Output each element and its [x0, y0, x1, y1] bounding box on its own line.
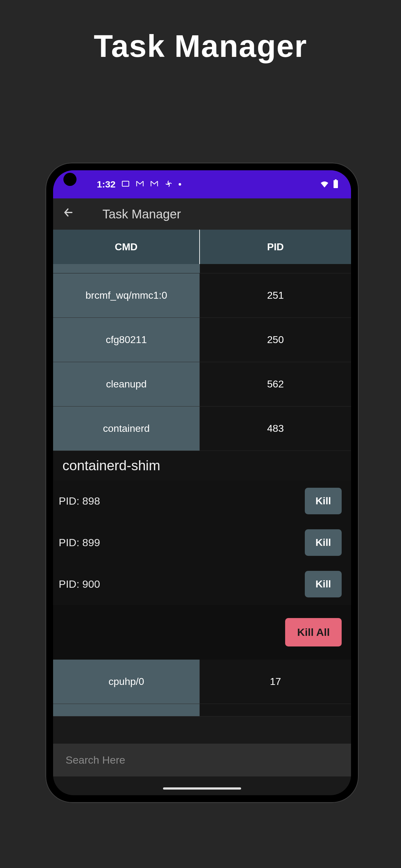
phone-frame: 1:32 — [45, 162, 359, 803]
cell-cmd: cpuhp/0 — [53, 660, 200, 704]
status-bar: 1:32 — [53, 170, 351, 198]
table-row[interactable] — [53, 704, 351, 716]
pid-row: PID: 900 Kill — [53, 563, 351, 605]
kill-all-row: Kill All — [53, 605, 351, 660]
header-pid[interactable]: PID — [200, 230, 351, 264]
status-time: 1:32 — [97, 179, 115, 190]
cell-pid: 562 — [200, 362, 351, 406]
pid-row: PID: 899 Kill — [53, 522, 351, 563]
table-header: CMD PID — [53, 230, 351, 264]
expanded-process-name: containerd-shim — [53, 451, 351, 480]
pid-label: PID: 898 — [59, 495, 100, 507]
phone-screen: 1:32 — [53, 170, 351, 795]
pid-row: PID: 898 Kill — [53, 480, 351, 522]
back-button[interactable] — [59, 204, 77, 225]
table-row[interactable]: cleanupd 562 — [53, 362, 351, 406]
content-area[interactable]: CMD PID brcmf_wq/mmc1:0 251 cfg80211 250… — [53, 230, 351, 744]
page-title: Task Manager — [0, 0, 401, 64]
svg-rect-3 — [335, 179, 337, 180]
svg-rect-2 — [334, 180, 338, 188]
cell-cmd: cfg80211 — [53, 318, 200, 362]
wifi-icon — [320, 180, 329, 189]
pid-label: PID: 899 — [59, 536, 100, 549]
header-cmd[interactable]: CMD — [53, 230, 200, 264]
nav-indicator[interactable] — [163, 787, 241, 789]
cell-cmd — [53, 704, 200, 716]
svg-rect-0 — [123, 181, 129, 186]
fan-icon — [164, 179, 173, 189]
table-row-partial — [53, 264, 351, 273]
cell-pid: 483 — [200, 406, 351, 451]
cell-cmd: cleanupd — [53, 362, 200, 406]
cell-pid — [200, 704, 351, 716]
search-bar — [53, 744, 351, 776]
cell-cmd: brcmf_wq/mmc1:0 — [53, 273, 200, 317]
cell-pid: 17 — [200, 660, 351, 704]
kill-all-button[interactable]: Kill All — [285, 618, 342, 647]
table-row[interactable]: cfg80211 250 — [53, 318, 351, 362]
kill-button[interactable]: Kill — [305, 571, 342, 597]
app-bar: Task Manager — [53, 198, 351, 230]
table-row[interactable]: containerd 483 — [53, 406, 351, 451]
kill-button[interactable]: Kill — [305, 529, 342, 556]
app-title: Task Manager — [102, 207, 181, 221]
more-icon — [179, 183, 181, 186]
search-input[interactable] — [66, 754, 338, 766]
mail-icon — [136, 179, 144, 189]
battery-icon — [333, 179, 338, 189]
cell-pid: 250 — [200, 318, 351, 362]
cell-cmd: containerd — [53, 406, 200, 451]
kill-button[interactable]: Kill — [305, 488, 342, 514]
table-row[interactable]: cpuhp/0 17 — [53, 660, 351, 704]
mail-icon — [150, 179, 159, 189]
pid-label: PID: 900 — [59, 578, 100, 590]
table-row[interactable]: brcmf_wq/mmc1:0 251 — [53, 273, 351, 318]
camera-hole — [63, 173, 76, 186]
message-icon — [121, 179, 130, 189]
cell-pid: 251 — [200, 273, 351, 317]
